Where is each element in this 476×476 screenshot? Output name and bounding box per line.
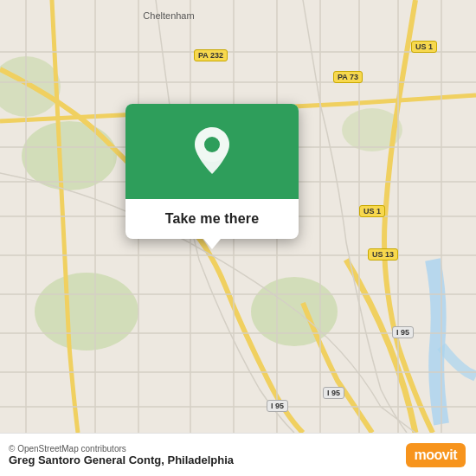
popup-green-header: [125, 104, 299, 199]
moovit-logo[interactable]: moovit: [406, 443, 466, 467]
svg-text:Cheltenham: Cheltenham: [143, 10, 194, 21]
location-pin-icon: [190, 125, 234, 177]
svg-point-28: [204, 137, 220, 152]
svg-point-2: [35, 273, 138, 351]
route-badge-i95-bot2: I 95: [267, 400, 288, 412]
route-badge-us1-mid: US 1: [359, 205, 385, 217]
map-container: Cheltenham PA 232 PA 73 US 1 US 1 US 13 …: [0, 0, 476, 433]
route-badge-pa232: PA 232: [194, 49, 228, 61]
take-me-there-button[interactable]: Take me there: [165, 211, 260, 227]
footer-left: © OpenStreetMap contributors Greg Santor…: [9, 444, 234, 466]
svg-point-1: [22, 121, 117, 190]
route-badge-i95-bot: I 95: [323, 387, 344, 399]
popup-card: Take me there: [125, 104, 299, 239]
route-badge-i95-right: I 95: [392, 326, 414, 338]
route-badge-us13: US 13: [368, 248, 398, 261]
osm-credit: © OpenStreetMap contributors: [9, 444, 234, 453]
moovit-text: moovit: [415, 447, 457, 463]
footer-bar: © OpenStreetMap contributors Greg Santor…: [0, 433, 476, 476]
popup-button-area[interactable]: Take me there: [125, 199, 299, 239]
route-badge-us1-top: US 1: [411, 41, 437, 53]
place-name: Greg Santoro General Contg, Philadelphia: [9, 453, 234, 466]
route-badge-pa73: PA 73: [333, 71, 363, 83]
